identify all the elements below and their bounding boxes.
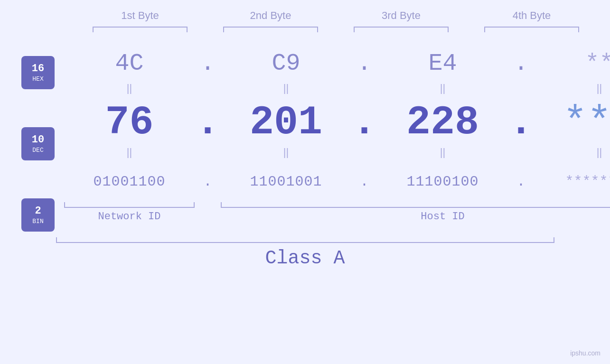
eq2-b2: || [221, 146, 351, 159]
eq1-b1: || [64, 82, 195, 94]
bin-b1-cell: 01001100 [64, 174, 195, 190]
bin-b1-value: 01001100 [93, 174, 165, 190]
bin-badge-num: 2 [35, 205, 41, 217]
hex-b1-cell: 4C [64, 50, 195, 77]
eq1-b3: || [377, 82, 508, 94]
content-area: 16 HEX 10 DEC 2 BIN 4C . [0, 42, 610, 232]
full-bracket-row [0, 237, 610, 243]
full-bracket [56, 237, 554, 243]
hex-b3-cell: E4 [377, 50, 508, 77]
bin-b3-value: 11100100 [406, 174, 479, 190]
eq1-b4: || [534, 82, 610, 94]
byte-label-4: 4th Byte [472, 9, 591, 22]
data-grid: 4C . C9 . E4 . ** [55, 42, 610, 223]
bin-badge-label: BIN [32, 218, 43, 225]
dec-b4-value: *** [563, 100, 610, 146]
dec-b2-cell: 201 [221, 100, 351, 146]
bin-badge: 2 BIN [21, 198, 55, 232]
bin-b4-value: ******** [565, 174, 610, 190]
bracket-host [221, 202, 610, 208]
equals-row-2: || || || || [64, 144, 610, 160]
bin-dot-2: . [351, 174, 377, 190]
hex-b2-cell: C9 [221, 50, 351, 77]
eq1-b2: || [221, 82, 351, 94]
dec-b1-cell: 76 [64, 100, 195, 146]
dec-badge-label: DEC [32, 147, 43, 154]
bin-b2-cell: 11001001 [221, 174, 351, 190]
dec-b3-value: 228 [406, 100, 479, 146]
bracket-top-2 [223, 27, 318, 32]
bin-b2-value: 11001001 [250, 174, 322, 190]
hex-b4-value: ** [585, 50, 610, 77]
eq2-b3: || [377, 146, 508, 159]
hex-badge-num: 16 [32, 63, 44, 75]
bracket-network [64, 202, 195, 208]
byte-labels-row: 1st Byte 2nd Byte 3rd Byte 4th Byte [75, 9, 597, 22]
dec-badge-num: 10 [32, 134, 44, 146]
dec-badge: 10 DEC [21, 127, 55, 160]
hex-b4-cell: ** [534, 50, 610, 77]
hex-badge: 16 HEX [21, 56, 55, 89]
hex-b3-value: E4 [428, 50, 457, 77]
badge-column: 16 HEX 10 DEC 2 BIN [0, 42, 55, 232]
hex-dot-2: . [351, 50, 377, 77]
hex-b2-value: C9 [272, 50, 300, 77]
eq2-b4: || [534, 146, 610, 159]
host-id-label: Host ID [221, 211, 610, 223]
bottom-brackets-row [64, 202, 610, 208]
byte-label-3: 3rd Byte [342, 9, 460, 22]
hex-badge-label: HEX [32, 75, 43, 83]
dec-dot-2: . [351, 100, 377, 146]
hex-dot-1: . [195, 50, 221, 77]
top-brackets [75, 27, 597, 32]
main-container: 1st Byte 2nd Byte 3rd Byte 4th Byte 16 H… [0, 0, 610, 364]
bin-row: 01001100 . 11001001 . 11100100 . [64, 165, 610, 198]
dec-row: 76 . 201 . 228 . *** [64, 101, 610, 144]
hex-b1-value: 4C [115, 50, 143, 77]
dec-dot-3: . [508, 100, 534, 146]
bracket-top-1 [93, 27, 188, 32]
bracket-top-4 [484, 27, 579, 32]
network-id-label: Network ID [64, 211, 195, 223]
bracket-top-3 [354, 27, 449, 32]
dec-b2-value: 201 [250, 100, 322, 146]
class-label: Class A [265, 248, 345, 269]
hex-row: 4C . C9 . E4 . ** [64, 47, 610, 80]
watermark: ipshu.com [570, 349, 601, 357]
dec-dot-1: . [195, 100, 221, 146]
dec-b4-cell: *** [534, 100, 610, 146]
bin-dot-1: . [195, 174, 221, 190]
byte-label-1: 1st Byte [81, 9, 199, 22]
dec-b1-value: 76 [105, 100, 153, 146]
bin-b4-cell: ******** [534, 174, 610, 190]
id-labels-row: Network ID Host ID [64, 211, 610, 223]
dec-b3-cell: 228 [377, 100, 508, 146]
bin-dot-3: . [508, 174, 534, 190]
equals-row-1: || || || || [64, 80, 610, 96]
byte-label-2: 2nd Byte [211, 9, 330, 22]
bin-b3-cell: 11100100 [377, 174, 508, 190]
hex-dot-3: . [508, 50, 534, 77]
eq2-b1: || [64, 146, 195, 159]
